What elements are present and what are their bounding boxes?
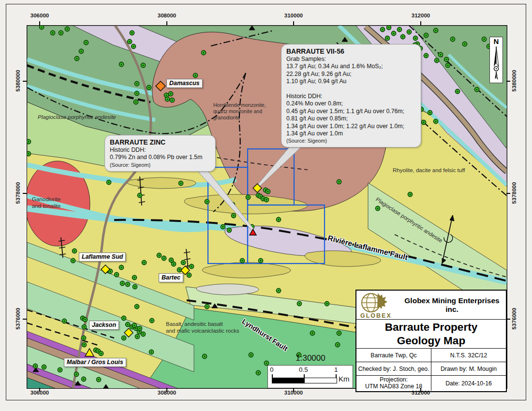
globex-logo: GLOBEX: [356, 291, 401, 319]
mineral-occurrence-dot-core: [260, 196, 261, 197]
mineral-occurrence-dot-core: [123, 318, 125, 319]
mineral-occurrence-dot-core: [129, 41, 131, 43]
map-title-line2: Geology Map: [356, 334, 506, 348]
mineral-occurrence-dot-core: [447, 65, 449, 66]
mineral-occurrence-dot-core: [248, 197, 249, 198]
mineral-occurrence-dot-core: [139, 195, 141, 196]
mineral-occurrence-dot-core: [203, 52, 205, 54]
mineral-occurrence-dot-core: [436, 60, 438, 61]
mineral-occurrence-dot-core: [339, 333, 340, 334]
grid-tick: [39, 388, 40, 392]
mineral-occurrence-dot-core: [452, 39, 454, 40]
mineral-occurrence-dot-core: [134, 325, 135, 326]
grid-tick: [166, 21, 167, 25]
mineral-occurrence-dot-core: [180, 183, 182, 184]
grid-tick: [293, 388, 294, 392]
scale-bar-segment: [304, 378, 337, 383]
mineral-occurrence-dot-core: [233, 215, 235, 217]
mineral-occurrence-dot-core: [278, 219, 280, 220]
mineral-occurrence-dot-core: [183, 262, 184, 264]
grid-label: 5376000: [511, 304, 517, 333]
mineral-occurrence-dot-core: [222, 226, 224, 228]
mineral-occurrence-dot-core: [339, 181, 340, 183]
geology-unit-label: Plagioclase porphyritic andesite: [38, 114, 116, 120]
callout-line: 0.79% Zn and 0.08% Pb over 1.5m: [110, 154, 210, 161]
mineral-occurrence-dot-core: [28, 153, 30, 155]
mineral-occurrence-dot-core: [278, 290, 280, 292]
map-canvas: Plagioclase porphyritic andesiteHornblen…: [27, 25, 507, 389]
mineral-occurrence-dot-core: [84, 326, 85, 328]
mineral-occurrence-dot-core: [435, 121, 437, 122]
callout-line: Historic DDH:: [110, 147, 210, 154]
grid-tick: [420, 21, 421, 25]
mineral-occurrence-dot-core: [179, 269, 180, 271]
callout-box: BARRAUTE ZINCHistoric DDH:0.79% Zn and 0…: [104, 135, 216, 172]
deposit-label: Jackson: [89, 321, 119, 330]
mineral-occurrence-dot-core: [266, 363, 267, 364]
mineral-occurrence-dot-core: [139, 328, 141, 329]
north-needle-icon: [490, 45, 502, 81]
mineral-occurrence-dot-core: [457, 91, 458, 92]
mineral-occurrence-dot-core: [44, 367, 45, 368]
mineral-occurrence-dot-core: [163, 258, 165, 259]
mineral-occurrence-dot-core: [399, 29, 400, 30]
mineral-occurrence-dot-core: [167, 99, 168, 100]
callout-source: (Source: Sigeom): [286, 138, 416, 144]
mineral-occurrence-dot-core: [423, 122, 425, 123]
mineral-occurrence-dot-core: [35, 366, 36, 367]
mineral-occurrence-dot-core: [73, 260, 74, 262]
mineral-occurrence-dot-core: [166, 95, 167, 96]
mineral-occurrence-dot-core: [382, 29, 384, 30]
callout-line: 0.45 g/t Au over 1.5m; 1.1 g/t Au over 0…: [286, 108, 416, 115]
mineral-occurrence-dot-core: [85, 319, 86, 321]
scale-tick-label: 0: [270, 366, 274, 373]
mineral-occurrence-dot-core: [195, 75, 196, 76]
mineral-occurrence-dot-core: [136, 83, 138, 85]
mineral-occurrence-dot-core: [415, 38, 416, 39]
mineral-occurrence-dot-core: [143, 65, 144, 66]
map-title: Barraute Property Geology Map: [356, 320, 506, 349]
mineral-occurrence-dot-core: [144, 262, 145, 264]
mineral-occurrence-dot-core: [135, 102, 137, 103]
mineral-occurrence-dot-core: [440, 54, 442, 56]
mineral-occurrence-dot-core: [76, 374, 77, 375]
mineral-occurrence-dot-core: [267, 191, 269, 192]
deposit-label: Damascus: [166, 79, 203, 88]
grid-tick: [506, 319, 510, 320]
grid-label: 308000: [156, 13, 177, 18]
mineral-occurrence-dot-core: [81, 51, 82, 52]
mineral-occurrence-dot-core: [60, 32, 62, 34]
mineral-occurrence-dot-core: [426, 35, 427, 36]
mineral-occurrence-dot-core: [121, 267, 122, 268]
mineral-occurrence-dot-core: [171, 260, 172, 261]
nts-cell: N.T.S. 32C/12: [431, 349, 506, 362]
mineral-occurrence-dot-core: [189, 275, 190, 276]
mineral-occurrence-dot-core: [191, 266, 192, 267]
mineral-occurrence-dot-core: [67, 29, 68, 30]
mineral-occurrence-dot-core: [484, 39, 485, 40]
checked-by-cell: Checked by: J. Stoch, geo.: [356, 362, 431, 375]
scale-ratio: 1:30000: [288, 353, 333, 363]
mineral-occurrence-dot-core: [127, 284, 129, 285]
projection-value: UTM NAD83 Zone 18: [365, 383, 422, 390]
grid-tick: [39, 21, 40, 25]
mineral-occurrence-dot-core: [122, 283, 123, 284]
north-label: N: [490, 37, 502, 45]
mineral-occurrence-dot-core: [134, 277, 135, 279]
mineral-occurrence-dot-core: [83, 338, 85, 339]
callout-line: 0.81 g/t Au over 0.85m;: [286, 115, 416, 122]
mineral-occurrence-dot-core: [207, 201, 208, 203]
mineral-occurrence-dot-core: [86, 42, 87, 44]
mineral-occurrence-dot-core: [116, 274, 118, 276]
mineral-occurrence-dot-core: [108, 182, 110, 183]
mineral-occurrence-dot-core: [123, 338, 125, 339]
deposit-label: Malbar / Gros Louis: [64, 358, 126, 367]
township-cell: Barraute Twp, Qc: [356, 349, 431, 362]
mineral-occurrence-dot-core: [251, 354, 252, 356]
title-block: GLOBEX Globex Mining Enterprises inc. Ba…: [355, 290, 507, 392]
mineral-occurrence-dot-core: [127, 324, 129, 325]
mineral-occurrence-dot-core: [98, 351, 99, 352]
mineral-occurrence-dot-core: [133, 46, 134, 47]
grid-label: 310000: [283, 13, 304, 18]
mineral-occurrence-dot-core: [143, 334, 144, 335]
